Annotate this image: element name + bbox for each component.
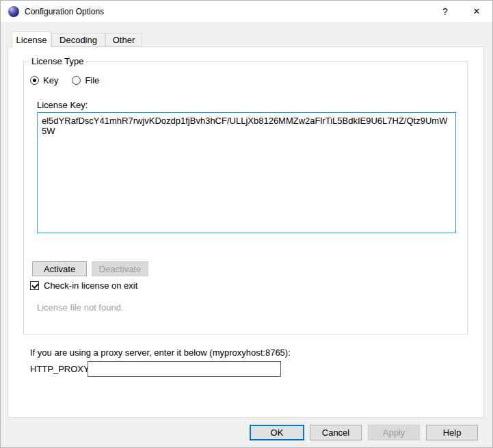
http-proxy-label: HTTP_PROXY: (30, 364, 92, 374)
help-icon[interactable]: ? (429, 1, 461, 22)
radio-file-label: File (85, 75, 99, 85)
license-key-label: License Key: (37, 100, 88, 110)
tab-other[interactable]: Other (105, 33, 142, 47)
title-bar: Configuration Options ? ✕ (1, 1, 492, 22)
license-key-input[interactable]: el5dYRafDscY41mhR7rwjvKDozdp1fjBvh3hCF/U… (37, 112, 456, 233)
radio-key[interactable] (30, 76, 39, 85)
ok-button[interactable]: OK (250, 425, 304, 440)
apply-button[interactable]: Apply (368, 425, 420, 440)
window-title: Configuration Options (25, 7, 104, 16)
configuration-options-dialog: Configuration Options ? ✕ License Decodi… (0, 0, 493, 448)
tab-decoding[interactable]: Decoding (51, 33, 105, 47)
tab-license[interactable]: License (12, 31, 51, 47)
radio-file[interactable] (72, 76, 81, 85)
license-type-group-title: License Type (29, 56, 86, 66)
checkin-label: Check-in license on exit (44, 280, 137, 291)
license-status-text: License file not found. (37, 302, 123, 313)
close-icon[interactable]: ✕ (461, 1, 492, 22)
radio-key-label: Key (43, 75, 58, 85)
checkin-checkbox[interactable] (30, 281, 39, 290)
cancel-button[interactable]: Cancel (310, 425, 362, 440)
app-sphere-icon (8, 6, 19, 17)
deactivate-button[interactable]: Deactivate (92, 261, 148, 276)
license-type-radio-group: Key File (30, 75, 109, 85)
activate-button[interactable]: Activate (32, 261, 87, 276)
help-button[interactable]: Help (426, 425, 478, 440)
http-proxy-input[interactable] (88, 361, 281, 377)
checkin-row: Check-in license on exit (30, 280, 137, 291)
proxy-instruction: If you are using a proxy server, enter i… (30, 347, 291, 358)
